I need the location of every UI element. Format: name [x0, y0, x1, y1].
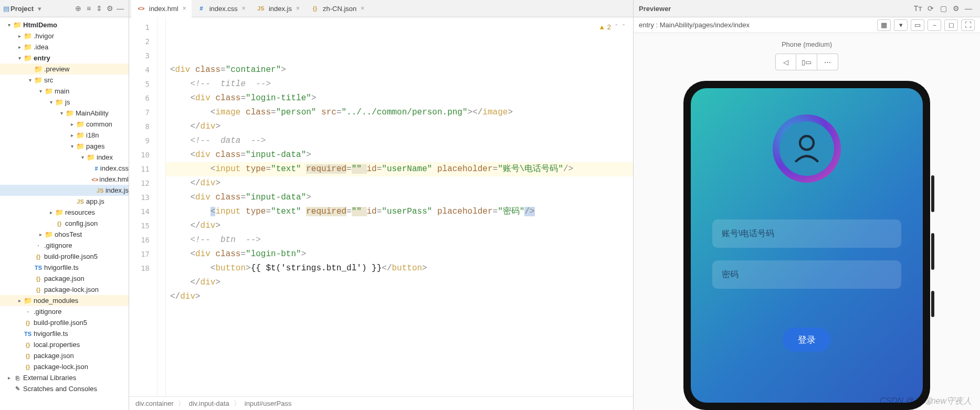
tree-arrow-icon[interactable]: ▾: [79, 154, 86, 160]
tree-arrow-icon[interactable]: ▾: [16, 55, 23, 61]
tree-arrow-icon[interactable]: ▸: [68, 121, 76, 127]
breadcrumb-segment[interactable]: div.input-data: [189, 400, 229, 407]
gear-icon[interactable]: ⚙: [104, 4, 115, 13]
tree-item[interactable]: {}package-lock.json: [0, 361, 129, 372]
password-field[interactable]: 密码: [712, 260, 901, 289]
project-panel: ▤ Project ▾ ⊕ ≡ ⇕ ⚙ — ▾📁HtmlDemo▸📁.hvigo…: [0, 0, 129, 410]
tree-arrow-icon[interactable]: ▾: [26, 77, 34, 83]
tree-item[interactable]: {}local.properties: [0, 339, 129, 350]
more-icon[interactable]: ⋯: [817, 54, 838, 70]
tree-item[interactable]: ▸📁ohosTest: [0, 229, 129, 240]
tree-item[interactable]: ▸📁i18n: [0, 130, 129, 141]
warning-count: 2: [607, 20, 612, 35]
close-icon[interactable]: ×: [361, 5, 364, 12]
hide-panel-icon[interactable]: —: [115, 4, 125, 13]
person-icon: [788, 130, 826, 167]
tree-arrow-icon[interactable]: ▸: [47, 209, 55, 215]
tree-item[interactable]: TShvigorfile.ts: [0, 262, 129, 273]
login-button[interactable]: 登录: [783, 328, 831, 352]
tree-item[interactable]: ▸📁common: [0, 119, 129, 130]
tree-item-label: Scratches and Consoles: [22, 385, 97, 393]
rotate-icon[interactable]: ▯▭: [796, 54, 817, 70]
tree-item[interactable]: JSapp.js: [0, 196, 129, 207]
inspection-indicator[interactable]: ▲ 2 ˆ ˇ: [600, 20, 626, 35]
tree-arrow-icon[interactable]: ▸: [16, 44, 23, 50]
refresh-icon[interactable]: ⟳: [924, 4, 937, 13]
tree-arrow-icon[interactable]: ▾: [47, 99, 55, 105]
collapse-all-icon[interactable]: ⇕: [94, 4, 104, 13]
tree-item[interactable]: ▾📁HtmlDemo: [0, 19, 129, 30]
tree-item[interactable]: ✎Scratches and Consoles: [0, 383, 129, 394]
phone-frame: 账号\电话号码 密码 登录: [683, 81, 930, 410]
tree-item[interactable]: {}package-lock.json: [0, 284, 129, 295]
phone-side-button: [931, 175, 934, 212]
tree-item[interactable]: ▾📁index: [0, 152, 129, 163]
close-icon[interactable]: ×: [296, 5, 300, 12]
tree-item[interactable]: ▾📁MainAbility: [0, 108, 129, 119]
back-icon[interactable]: ◁: [775, 54, 796, 70]
breadcrumb-segment[interactable]: div.container: [135, 400, 174, 407]
code-editor[interactable]: ▲ 2 ˆ ˇ <div class="container"> <!-- tit…: [166, 17, 633, 396]
tree-item[interactable]: ▸📁node_modules: [0, 295, 129, 306]
target-icon[interactable]: ⊕: [73, 4, 83, 13]
tree-arrow-icon[interactable]: ▸: [37, 232, 44, 237]
tree-arrow-icon[interactable]: ▸: [16, 298, 23, 303]
editor-tab[interactable]: <>index.hml×: [131, 0, 192, 17]
tree-item-label: config.json: [64, 219, 98, 227]
close-icon[interactable]: ×: [242, 5, 246, 12]
tree-arrow-icon[interactable]: ▾: [68, 143, 76, 149]
tree-arrow-icon[interactable]: ▾: [37, 88, 44, 94]
expand-all-icon[interactable]: ≡: [83, 4, 94, 13]
editor-tab[interactable]: JSindex.js×: [251, 0, 305, 17]
tree-item[interactable]: ▾📁pages: [0, 141, 129, 152]
zoom-reset-icon[interactable]: ◻: [944, 19, 958, 31]
tree-item[interactable]: ▸📁.idea: [0, 41, 129, 52]
project-tool-icon: ▤: [3, 5, 9, 13]
tree-item[interactable]: ▸⎘External Libraries: [0, 372, 129, 383]
tree-item[interactable]: ·.gitignore: [0, 306, 129, 317]
editor-tab[interactable]: #index.css×: [192, 0, 251, 17]
tree-item[interactable]: ▸📁.hvigor: [0, 30, 129, 41]
tree-item[interactable]: {}package.json: [0, 350, 129, 361]
tree-item[interactable]: ▸📁resources: [0, 207, 129, 218]
prev-highlight-icon[interactable]: ˆ: [614, 20, 618, 35]
grid-view-icon[interactable]: ▦: [877, 19, 891, 31]
tree-item[interactable]: ▾📁js: [0, 97, 129, 108]
zoom-out-icon[interactable]: －: [928, 19, 941, 31]
tree-arrow-icon[interactable]: ▾: [58, 110, 65, 116]
tree-arrow-icon[interactable]: ▾: [5, 22, 13, 28]
text-size-icon[interactable]: Tᴛ: [912, 4, 924, 13]
tree-item[interactable]: TShvigorfile.ts: [0, 328, 129, 339]
editor-tab[interactable]: {}zh-CN.json×: [305, 0, 370, 17]
tree-item[interactable]: {}package.json: [0, 273, 129, 284]
breadcrumb-segment[interactable]: input#userPass: [245, 400, 292, 407]
tree-item[interactable]: 📁.preview: [0, 64, 129, 75]
tree-item[interactable]: JSindex.js: [0, 185, 129, 196]
tab-label: index.hml: [149, 5, 178, 13]
tree-item[interactable]: ▾📁entry: [0, 52, 129, 64]
tree-item[interactable]: {}build-profile.json5: [0, 251, 129, 262]
chevron-down-icon[interactable]: ▾: [38, 5, 41, 13]
tree-item[interactable]: ·.gitignore: [0, 240, 129, 251]
tree-item[interactable]: {}config.json: [0, 218, 129, 229]
tab-label: zh-CN.json: [323, 5, 356, 13]
frame-icon[interactable]: ▭: [911, 19, 924, 31]
project-tree[interactable]: ▾📁HtmlDemo▸📁.hvigor▸📁.idea▾📁entry📁.previ…: [0, 17, 129, 410]
breadcrumb[interactable]: div.container〉div.input-data〉input#userP…: [129, 396, 633, 410]
gear-icon[interactable]: ⚙: [950, 4, 962, 13]
dropdown-icon[interactable]: ▾: [894, 19, 908, 31]
close-icon[interactable]: ×: [183, 5, 186, 12]
tree-arrow-icon[interactable]: ▸: [5, 375, 13, 381]
tree-arrow-icon[interactable]: ▸: [16, 33, 23, 39]
tree-arrow-icon[interactable]: ▸: [68, 132, 76, 138]
tree-item[interactable]: {}build-profile.json5: [0, 317, 129, 328]
tree-item[interactable]: <>index.hml: [0, 174, 129, 185]
layout-icon[interactable]: ▢: [937, 4, 950, 13]
username-field[interactable]: 账号\电话号码: [712, 219, 901, 248]
hide-panel-icon[interactable]: —: [962, 4, 975, 13]
tree-item[interactable]: ▾📁main: [0, 86, 129, 97]
tree-item[interactable]: #index.css: [0, 163, 129, 174]
next-highlight-icon[interactable]: ˇ: [621, 20, 626, 35]
zoom-fit-icon[interactable]: ⛶: [961, 19, 975, 31]
tree-item[interactable]: ▾📁src: [0, 75, 129, 86]
